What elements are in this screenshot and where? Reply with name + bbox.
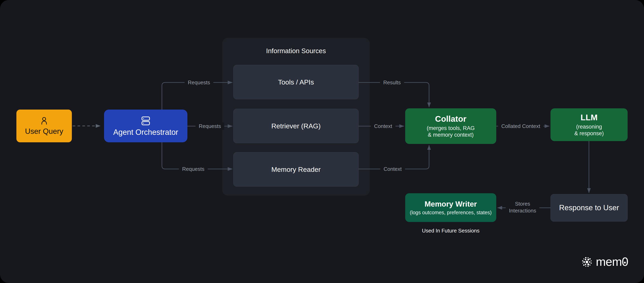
node-response-to-user: Response to User bbox=[550, 194, 628, 222]
used-in-future-sessions-caption: Used In Future Sessions bbox=[405, 228, 496, 234]
retriever-rag-label: Retriever (RAG) bbox=[272, 122, 321, 130]
node-agent-orchestrator: Agent Orchestrator bbox=[104, 110, 188, 142]
edge-label-context-bottom: Context bbox=[380, 165, 405, 173]
node-user-query: User Query bbox=[16, 110, 72, 142]
brand-wordmark: mem0 bbox=[596, 256, 628, 268]
memory-writer-subtitle: (logs outcomes, preferences, states) bbox=[410, 210, 492, 216]
edge-label-context-mid: Context bbox=[371, 122, 396, 130]
user-query-label: User Query bbox=[25, 127, 63, 136]
node-memory-writer: Memory Writer (logs outcomes, preference… bbox=[405, 193, 496, 222]
memory-reader-label: Memory Reader bbox=[272, 166, 321, 173]
collator-title: Collator bbox=[435, 114, 466, 124]
edge-label-results: Results bbox=[380, 79, 404, 86]
server-stack-icon bbox=[140, 115, 151, 126]
memory-writer-title: Memory Writer bbox=[424, 200, 477, 208]
node-collator: Collator (merges tools, RAG & memory con… bbox=[405, 108, 496, 144]
edge-label-stores-interactions: Stores Interactions bbox=[506, 200, 539, 215]
agent-orchestrator-label: Agent Orchestrator bbox=[113, 128, 178, 137]
diagram-canvas: User Query Agent Orchestrator Informatio… bbox=[0, 0, 644, 283]
node-memory-reader: Memory Reader bbox=[233, 152, 359, 187]
edge-label-collated-context: Collated Context bbox=[498, 122, 544, 130]
node-retriever-rag: Retriever (RAG) bbox=[233, 109, 359, 143]
brand-logo: mem0 bbox=[581, 256, 628, 268]
zero-center-dot bbox=[624, 262, 626, 263]
tools-apis-label: Tools / APIs bbox=[278, 78, 314, 86]
edge-label-requests-top: Requests bbox=[184, 79, 213, 86]
edge-label-requests-bottom: Requests bbox=[179, 165, 208, 173]
person-icon bbox=[40, 116, 49, 126]
llm-subtitle: (reasoning & response) bbox=[574, 123, 604, 137]
node-llm: LLM (reasoning & response) bbox=[550, 108, 628, 141]
edge-label-requests-mid: Requests bbox=[196, 122, 224, 130]
llm-title: LLM bbox=[580, 113, 598, 122]
collator-subtitle: (merges tools, RAG & memory context) bbox=[427, 125, 474, 138]
information-sources-panel: Information Sources Tools / APIs Retriev… bbox=[222, 38, 370, 196]
node-tools-apis: Tools / APIs bbox=[233, 65, 359, 99]
mem0-dot-burst-icon bbox=[581, 256, 592, 268]
information-sources-title: Information Sources bbox=[222, 47, 370, 55]
response-to-user-label: Response to User bbox=[559, 204, 619, 212]
